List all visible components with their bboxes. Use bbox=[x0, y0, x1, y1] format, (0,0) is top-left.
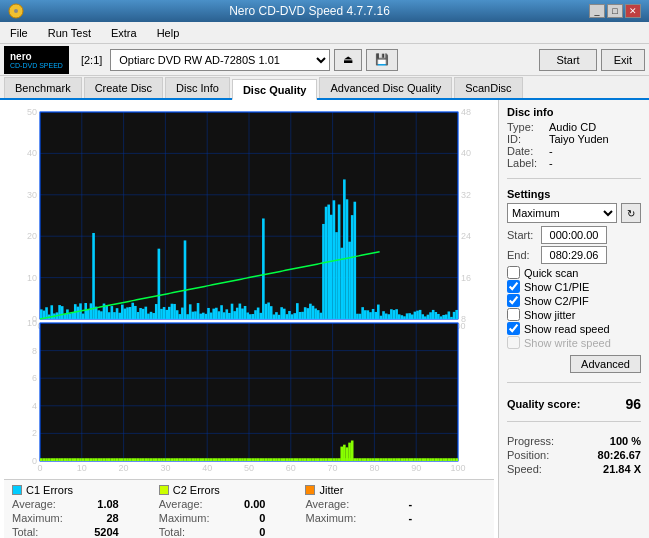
save-button[interactable]: 💾 bbox=[366, 49, 398, 71]
c2-total-value: 0 bbox=[225, 526, 265, 538]
jitter-stats: Jitter Average: - Maximum: - bbox=[305, 484, 412, 538]
disc-info-title: Disc info bbox=[507, 106, 641, 118]
tab-bar: Benchmark Create Disc Disc Info Disc Qua… bbox=[0, 76, 649, 100]
tab-disc-quality[interactable]: Disc Quality bbox=[232, 79, 318, 100]
title-bar: Nero CD-DVD Speed 4.7.7.16 _ □ ✕ bbox=[0, 0, 649, 22]
jitter-avg-value: - bbox=[372, 498, 412, 510]
tab-disc-info[interactable]: Disc Info bbox=[165, 77, 230, 98]
date-value: - bbox=[549, 145, 553, 157]
c2-total-label: Total: bbox=[159, 526, 185, 538]
jitter-avg-label: Average: bbox=[305, 498, 349, 510]
id-value: Taiyo Yuden bbox=[549, 133, 609, 145]
window-controls: _ □ ✕ bbox=[589, 4, 641, 18]
tab-advanced-disc-quality[interactable]: Advanced Disc Quality bbox=[319, 77, 452, 98]
id-label: ID: bbox=[507, 133, 545, 145]
progress-section: Progress: 100 % Position: 80:26.67 Speed… bbox=[507, 435, 641, 477]
show-c1-pie-checkbox[interactable] bbox=[507, 280, 520, 293]
drive-prefix: [2:1] bbox=[77, 54, 106, 66]
menu-help[interactable]: Help bbox=[151, 25, 186, 41]
settings-title: Settings bbox=[507, 188, 641, 200]
settings-section: Settings Maximum 4x 8x 16x ↻ Start: End: bbox=[507, 188, 641, 373]
chart-wrapper bbox=[4, 104, 494, 479]
show-read-speed-label: Show read speed bbox=[524, 323, 610, 335]
c2-label: C2 Errors bbox=[173, 484, 220, 496]
show-write-speed-label: Show write speed bbox=[524, 337, 611, 349]
c2-stats: C2 Errors Average: 0.00 Maximum: 0 Total… bbox=[159, 484, 266, 538]
chart-area: C1 Errors Average: 1.08 Maximum: 28 Tota… bbox=[0, 100, 498, 538]
menu-file[interactable]: File bbox=[4, 25, 34, 41]
show-jitter-checkbox[interactable] bbox=[507, 308, 520, 321]
end-label: End: bbox=[507, 249, 537, 261]
show-read-speed-checkbox[interactable] bbox=[507, 322, 520, 335]
refresh-button[interactable]: ↻ bbox=[621, 203, 641, 223]
start-button[interactable]: Start bbox=[539, 49, 596, 71]
c2-max-label: Maximum: bbox=[159, 512, 210, 524]
logo: nero CD-DVD SPEED bbox=[4, 46, 69, 74]
show-c2-pif-checkbox[interactable] bbox=[507, 294, 520, 307]
jitter-max-label: Maximum: bbox=[305, 512, 356, 524]
c2-color bbox=[159, 485, 169, 495]
c1-color bbox=[12, 485, 22, 495]
start-time-input[interactable] bbox=[541, 226, 607, 244]
stats-bar: C1 Errors Average: 1.08 Maximum: 28 Tota… bbox=[4, 479, 494, 538]
show-c2-pif-label: Show C2/PIF bbox=[524, 295, 589, 307]
disc-quality-chart bbox=[4, 104, 494, 479]
c1-avg-value: 1.08 bbox=[79, 498, 119, 510]
type-label: Type: bbox=[507, 121, 545, 133]
drive-select[interactable]: Optiarc DVD RW AD-7280S 1.01 bbox=[110, 49, 330, 71]
quick-scan-checkbox[interactable] bbox=[507, 266, 520, 279]
speed-label: Speed: bbox=[507, 463, 542, 475]
right-panel: Disc info Type: Audio CD ID: Taiyo Yuden… bbox=[498, 100, 649, 538]
minimize-button[interactable]: _ bbox=[589, 4, 605, 18]
disc-info-section: Disc info Type: Audio CD ID: Taiyo Yuden… bbox=[507, 106, 641, 169]
separator-1 bbox=[507, 178, 641, 179]
menu-run-test[interactable]: Run Test bbox=[42, 25, 97, 41]
exit-button[interactable]: Exit bbox=[601, 49, 645, 71]
app-icon bbox=[8, 3, 24, 19]
jitter-label: Jitter bbox=[319, 484, 343, 496]
menu-extra[interactable]: Extra bbox=[105, 25, 143, 41]
svg-point-1 bbox=[14, 9, 18, 13]
c1-stats: C1 Errors Average: 1.08 Maximum: 28 Tota… bbox=[12, 484, 119, 538]
tab-benchmark[interactable]: Benchmark bbox=[4, 77, 82, 98]
c2-max-value: 0 bbox=[225, 512, 265, 524]
c1-avg-label: Average: bbox=[12, 498, 56, 510]
show-c1-pie-label: Show C1/PIE bbox=[524, 281, 589, 293]
c1-total-value: 5204 bbox=[79, 526, 119, 538]
show-jitter-label: Show jitter bbox=[524, 309, 575, 321]
main-content: C1 Errors Average: 1.08 Maximum: 28 Tota… bbox=[0, 100, 649, 538]
eject-button[interactable]: ⏏ bbox=[334, 49, 362, 71]
position-label: Position: bbox=[507, 449, 549, 461]
tab-scandisc[interactable]: ScanDisc bbox=[454, 77, 522, 98]
tab-create-disc[interactable]: Create Disc bbox=[84, 77, 163, 98]
jitter-max-value: - bbox=[372, 512, 412, 524]
progress-value: 100 % bbox=[610, 435, 641, 447]
c1-label: C1 Errors bbox=[26, 484, 73, 496]
c2-avg-label: Average: bbox=[159, 498, 203, 510]
c1-max-value: 28 bbox=[79, 512, 119, 524]
separator-3 bbox=[507, 421, 641, 422]
c2-avg-value: 0.00 bbox=[225, 498, 265, 510]
position-value: 80:26.67 bbox=[598, 449, 641, 461]
advanced-button[interactable]: Advanced bbox=[570, 355, 641, 373]
progress-label: Progress: bbox=[507, 435, 554, 447]
quality-label: Quality score: bbox=[507, 398, 580, 410]
separator-2 bbox=[507, 382, 641, 383]
date-label: Date: bbox=[507, 145, 545, 157]
close-button[interactable]: ✕ bbox=[625, 4, 641, 18]
c1-total-label: Total: bbox=[12, 526, 38, 538]
show-write-speed-checkbox bbox=[507, 336, 520, 349]
label-label: Label: bbox=[507, 157, 545, 169]
menu-bar: File Run Test Extra Help bbox=[0, 22, 649, 44]
c1-max-label: Maximum: bbox=[12, 512, 63, 524]
speed-select[interactable]: Maximum 4x 8x 16x bbox=[507, 203, 617, 223]
end-time-input[interactable] bbox=[541, 246, 607, 264]
maximize-button[interactable]: □ bbox=[607, 4, 623, 18]
start-label: Start: bbox=[507, 229, 537, 241]
quality-section: Quality score: 96 bbox=[507, 396, 641, 412]
label-value: - bbox=[549, 157, 553, 169]
quick-scan-label: Quick scan bbox=[524, 267, 578, 279]
quality-value: 96 bbox=[625, 396, 641, 412]
speed-value: 21.84 X bbox=[603, 463, 641, 475]
jitter-color bbox=[305, 485, 315, 495]
